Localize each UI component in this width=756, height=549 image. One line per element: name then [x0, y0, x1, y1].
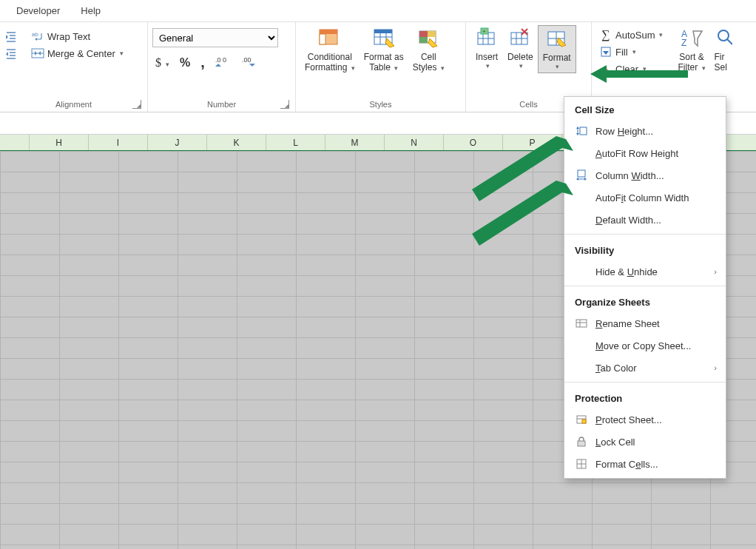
- find-select-button[interactable]: Fir Sel: [710, 25, 732, 75]
- svg-rect-32: [428, 31, 436, 37]
- increase-indent-icon: [4, 47, 18, 60]
- default-width-label: Default Width...: [595, 215, 661, 226]
- svg-marker-79: [472, 181, 573, 246]
- cell-styles-button[interactable]: Cell Styles ▾: [408, 25, 449, 75]
- cell-styles-icon: [416, 27, 440, 50]
- format-cells-label: Format Cells...: [595, 459, 658, 470]
- menu-help[interactable]: Help: [70, 2, 111, 19]
- svg-marker-52: [603, 51, 609, 55]
- svg-text:.0: .0: [215, 56, 221, 64]
- format-table-button[interactable]: Format as Table ▾: [360, 25, 408, 75]
- dropdown-header-protection: Protection: [564, 385, 726, 408]
- wrap-text-button[interactable]: ab Wrap Text: [28, 28, 126, 44]
- col-header[interactable]: N: [385, 135, 444, 150]
- format-cells-item[interactable]: Format Cells...: [564, 453, 726, 475]
- accounting-format-button[interactable]: $ ▾: [155, 56, 169, 70]
- col-header[interactable]: H: [30, 135, 89, 150]
- col-header[interactable]: J: [148, 135, 207, 150]
- svg-marker-4: [6, 35, 8, 39]
- decrease-indent-button[interactable]: [4, 28, 21, 44]
- group-label-number: Number: [152, 98, 291, 110]
- row-height-item[interactable]: Row Height...: [564, 120, 726, 142]
- protect-sheet-item[interactable]: Protect Sheet...: [564, 408, 726, 431]
- merge-center-label: Merge & Center: [47, 48, 115, 59]
- svg-marker-9: [6, 52, 8, 56]
- number-format-select[interactable]: General: [152, 28, 278, 47]
- svg-text:0: 0: [223, 56, 226, 64]
- svg-rect-73: [578, 441, 585, 446]
- decrease-decimal-button[interactable]: .00: [242, 55, 258, 70]
- separator: [564, 234, 726, 235]
- delete-button[interactable]: Delete ▾: [503, 25, 538, 72]
- annotation-arrow: [459, 178, 577, 259]
- sort-filter-icon: AZ: [680, 27, 703, 50]
- svg-text:+: +: [482, 28, 486, 35]
- fill-down-icon: [599, 45, 612, 58]
- svg-marker-77: [590, 65, 688, 83]
- alignment-dialog-launcher[interactable]: [132, 100, 141, 109]
- lock-cell-item[interactable]: Lock Cell: [564, 431, 726, 453]
- merge-center-button[interactable]: Merge & Center ▾: [28, 45, 126, 61]
- svg-line-58: [727, 39, 732, 44]
- svg-rect-25: [374, 30, 392, 33]
- rename-sheet-item[interactable]: Rename Sheet: [564, 312, 726, 334]
- insert-button[interactable]: + Insert ▾: [470, 25, 503, 72]
- format-dropdown: Cell Size Row Height... AutoFit Row Heig…: [564, 96, 726, 479]
- conditional-formatting-icon: [318, 27, 342, 50]
- hide-unhide-label: Hide & Unhide: [595, 266, 658, 277]
- number-dialog-launcher[interactable]: [280, 100, 289, 109]
- col-header[interactable]: K: [207, 135, 266, 150]
- default-width-item[interactable]: Default Width...: [564, 209, 726, 231]
- wrap-text-label: Wrap Text: [47, 31, 90, 42]
- hide-unhide-item[interactable]: Hide & Unhide ›: [564, 260, 726, 283]
- svg-rect-33: [419, 37, 428, 43]
- svg-rect-63: [578, 170, 585, 177]
- group-styles: Conditional Formatting ▾ Format as Table…: [296, 22, 466, 112]
- svg-rect-59: [580, 127, 587, 135]
- comma-button[interactable]: ,: [200, 54, 205, 71]
- svg-marker-18: [215, 64, 221, 67]
- autosum-button[interactable]: ∑ AutoSum▾: [596, 27, 666, 43]
- group-alignment: ab Wrap Text Merge & Center ▾ Alignment: [0, 22, 148, 112]
- move-copy-label: Move or Copy Sheet...: [595, 340, 691, 351]
- dropdown-header-cellsize: Cell Size: [564, 97, 726, 120]
- separator: [564, 382, 726, 383]
- increase-indent-button[interactable]: [4, 45, 21, 61]
- col-header[interactable]: I: [89, 135, 148, 150]
- tab-color-label: Tab Color: [595, 363, 637, 374]
- rename-icon: [575, 317, 588, 330]
- col-header[interactable]: M: [325, 135, 385, 150]
- fill-button[interactable]: Fill▾: [596, 44, 666, 60]
- row-height-label: Row Height...: [595, 126, 653, 137]
- format-cells-menu-icon: [575, 457, 588, 471]
- conditional-formatting-button[interactable]: Conditional Formatting ▾: [300, 25, 360, 75]
- autofit-col-label: AutoFit Column Width: [595, 192, 689, 203]
- percent-button[interactable]: %: [180, 56, 190, 70]
- increase-decimal-button[interactable]: .00: [215, 55, 232, 70]
- protect-label: Protect Sheet...: [595, 414, 662, 425]
- svg-rect-72: [582, 420, 586, 423]
- tab-color-item[interactable]: Tab Color ›: [564, 357, 726, 379]
- rename-label: Rename Sheet: [595, 318, 660, 329]
- autofit-row-item[interactable]: AutoFit Row Height: [564, 142, 726, 164]
- autofit-col-item[interactable]: AutoFit Column Width: [564, 186, 726, 209]
- move-copy-item[interactable]: Move or Copy Sheet...: [564, 334, 726, 357]
- format-button[interactable]: Format ▾: [538, 25, 576, 73]
- svg-marker-56: [693, 31, 702, 46]
- col-header-spacer[interactable]: [0, 135, 30, 150]
- lock-icon: [575, 435, 588, 448]
- lock-label: Lock Cell: [595, 437, 635, 448]
- group-label-alignment: Alignment: [4, 98, 143, 110]
- annotation-arrow: [584, 59, 695, 89]
- format-table-icon: [372, 27, 396, 50]
- group-label-styles: Styles: [300, 98, 461, 110]
- col-header[interactable]: L: [266, 135, 325, 150]
- column-width-item[interactable]: Column Width...: [564, 164, 726, 186]
- dropdown-header-visibility: Visibility: [564, 238, 726, 260]
- delete-cells-icon: [508, 27, 532, 50]
- chevron-down-icon: ▾: [120, 50, 124, 57]
- svg-marker-15: [38, 51, 41, 55]
- svg-point-57: [718, 30, 729, 41]
- column-width-label: Column Width...: [595, 170, 664, 181]
- menu-developer[interactable]: Developer: [6, 2, 70, 19]
